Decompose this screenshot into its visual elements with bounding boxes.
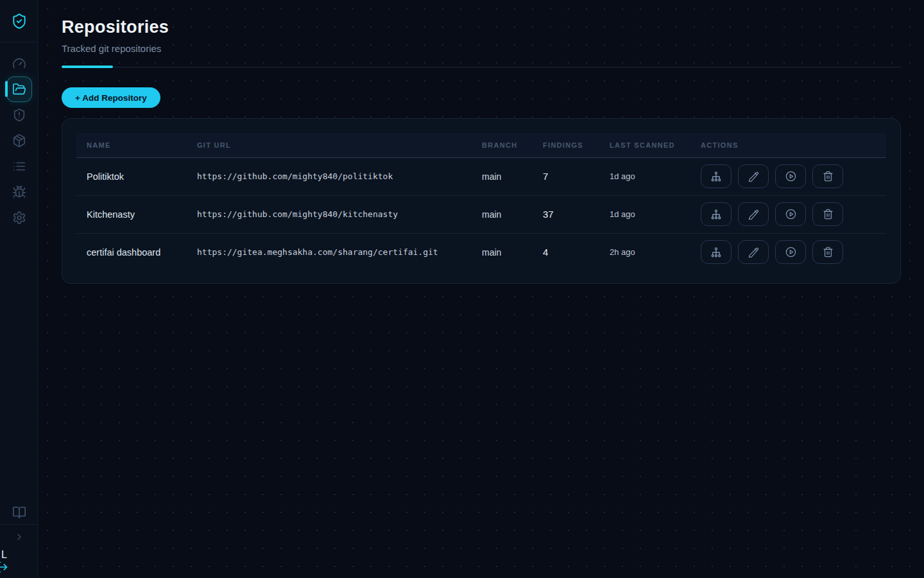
dependency-graph-button[interactable] (701, 240, 732, 264)
divider-line (62, 67, 901, 67)
dependency-graph-button[interactable] (701, 202, 732, 226)
repo-git-url: https://gitea.meghsakha.com/sharang/cert… (187, 233, 472, 271)
repo-name: Politiktok (76, 157, 187, 195)
run-scan-button[interactable] (775, 164, 806, 188)
chevron-right-icon (14, 532, 24, 542)
delete-button[interactable] (812, 202, 843, 226)
row-actions (701, 164, 876, 188)
app-logo (0, 0, 38, 42)
main-content: Repositories Tracked git repositories + … (38, 0, 924, 578)
repo-last-scanned: 1d ago (599, 157, 690, 195)
trash-icon (823, 171, 834, 182)
sitemap-icon (710, 171, 722, 182)
trash-icon (823, 247, 834, 258)
book-open-icon (12, 505, 26, 520)
repo-name: Kitchenasty (76, 195, 187, 233)
row-actions (701, 240, 876, 264)
user-label: L (1, 549, 7, 561)
sidebar-item-security[interactable] (6, 102, 32, 128)
logout-button[interactable] (0, 561, 8, 574)
repo-last-scanned: 1d ago (599, 195, 690, 233)
repo-name: certifai dashboard (76, 233, 187, 271)
page-title: Repositories (62, 17, 901, 37)
sidebar-item-dashboard[interactable] (6, 51, 32, 76)
add-repository-button[interactable]: + Add Repository (62, 87, 160, 108)
repo-git-url: https://github.com/mighty840/kitchenasty (187, 195, 472, 233)
repo-last-scanned: 2h ago (599, 233, 690, 271)
column-header-last-scanned: LAST SCANNED (599, 133, 690, 157)
sidebar-expand-button[interactable] (0, 530, 38, 544)
play-circle-icon (785, 208, 797, 220)
repo-findings-count: 7 (533, 157, 599, 195)
page-header: Repositories Tracked git repositories (38, 0, 924, 54)
repo-git-url: https://github.com/mighty840/politiktok (187, 157, 472, 195)
logout-icon (0, 561, 8, 574)
folder-open-icon (12, 82, 26, 96)
sidebar: L (0, 0, 38, 578)
shield-alert-icon (12, 108, 26, 122)
sidebar-item-docs[interactable] (0, 502, 38, 523)
play-circle-icon (785, 246, 797, 258)
repositories-card: NAME GIT URL BRANCH FINDINGS LAST SCANNE… (62, 118, 901, 284)
edit-button[interactable] (738, 202, 769, 226)
repo-branch: main (472, 195, 533, 233)
trash-icon (823, 209, 834, 220)
run-scan-button[interactable] (775, 202, 806, 226)
table-row: certifai dashboard https://gitea.meghsak… (76, 233, 886, 271)
dependency-graph-button[interactable] (701, 164, 732, 188)
repo-findings-count: 37 (533, 195, 599, 233)
package-icon (12, 134, 26, 148)
pencil-icon (748, 209, 759, 220)
row-actions (701, 202, 876, 226)
list-icon (12, 159, 26, 173)
sidebar-divider (0, 524, 38, 525)
divider-accent (62, 66, 113, 68)
pencil-icon (748, 247, 759, 258)
pencil-icon (748, 171, 759, 182)
play-circle-icon (785, 170, 797, 182)
edit-button[interactable] (738, 240, 769, 264)
sitemap-icon (710, 247, 722, 258)
repo-branch: main (472, 157, 533, 195)
gear-icon (12, 211, 26, 225)
shield-check-icon (11, 13, 28, 30)
header-divider (62, 66, 901, 68)
sitemap-icon (710, 209, 722, 220)
sidebar-item-settings[interactable] (6, 205, 32, 231)
gauge-icon (12, 57, 26, 71)
bug-icon (12, 185, 26, 199)
repo-findings-count: 4 (533, 233, 599, 271)
column-header-findings: FINDINGS (533, 133, 599, 157)
table-row: Kitchenasty https://github.com/mighty840… (76, 195, 886, 233)
column-header-actions: ACTIONS (690, 133, 886, 157)
sidebar-item-bugs[interactable] (6, 179, 32, 205)
sidebar-item-findings[interactable] (6, 153, 32, 179)
table-header-row: NAME GIT URL BRANCH FINDINGS LAST SCANNE… (76, 133, 886, 157)
table-row: Politiktok https://github.com/mighty840/… (76, 157, 886, 195)
sidebar-item-packages[interactable] (6, 128, 32, 153)
column-header-git-url: GIT URL (187, 133, 472, 157)
edit-button[interactable] (738, 164, 769, 188)
page-subtitle: Tracked git repositories (62, 43, 901, 54)
repo-branch: main (472, 233, 533, 271)
run-scan-button[interactable] (775, 240, 806, 264)
delete-button[interactable] (812, 164, 843, 188)
column-header-branch: BRANCH (472, 133, 533, 157)
sidebar-nav (0, 51, 38, 231)
delete-button[interactable] (812, 240, 843, 264)
repositories-table: NAME GIT URL BRANCH FINDINGS LAST SCANNE… (76, 133, 886, 271)
column-header-name: NAME (76, 133, 187, 157)
sidebar-item-repositories[interactable] (6, 76, 32, 102)
